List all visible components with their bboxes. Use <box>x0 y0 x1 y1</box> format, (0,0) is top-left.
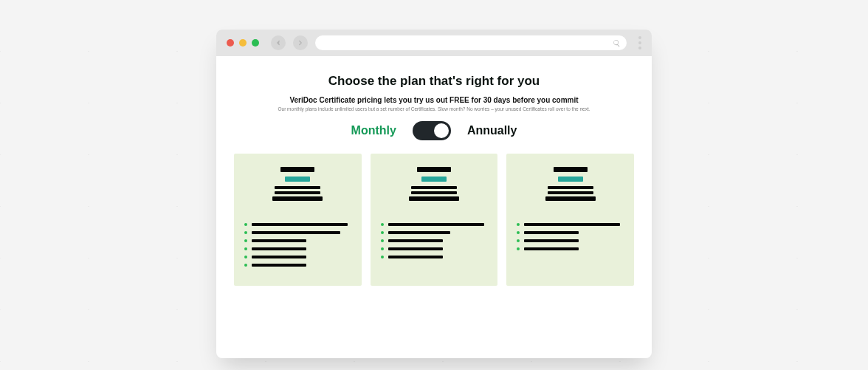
bullet-icon <box>244 239 247 242</box>
feature-list <box>381 223 488 258</box>
feature-row <box>244 223 351 226</box>
feature-text-placeholder <box>524 231 579 234</box>
bullet-icon <box>517 239 520 242</box>
bullet-icon <box>244 256 247 258</box>
plan-desc-line <box>548 186 593 189</box>
feature-row <box>244 256 351 258</box>
feature-text-placeholder <box>252 247 306 250</box>
billing-period-toggle-row: Monthly Annually <box>234 121 634 140</box>
pricing-cards <box>216 154 652 286</box>
feature-text-placeholder <box>388 231 450 234</box>
pricing-card-2[interactable] <box>371 154 498 286</box>
feature-text-placeholder <box>252 223 348 226</box>
feature-text-placeholder <box>388 256 443 258</box>
bullet-icon <box>517 223 520 226</box>
feature-row <box>381 223 488 226</box>
pricing-card-3[interactable] <box>506 154 634 286</box>
feature-row <box>244 239 351 242</box>
plan-desc-line <box>275 191 320 194</box>
back-button[interactable] <box>271 35 286 50</box>
plan-desc-line <box>411 186 457 189</box>
toggle-knob <box>434 123 449 138</box>
feature-row <box>381 256 488 258</box>
maximize-icon[interactable] <box>252 39 259 47</box>
feature-text-placeholder <box>388 247 443 250</box>
plan-cta-placeholder[interactable] <box>545 196 596 201</box>
feature-text-placeholder <box>388 223 484 226</box>
bullet-icon <box>381 256 384 258</box>
plan-name-placeholder <box>554 167 588 172</box>
plan-desc-line <box>411 191 457 194</box>
feature-text-placeholder <box>252 256 306 258</box>
feature-text-placeholder <box>388 239 443 242</box>
feature-text-placeholder <box>252 239 306 242</box>
address-bar[interactable] <box>315 35 627 50</box>
browser-chrome <box>216 30 652 56</box>
forward-button[interactable] <box>293 35 308 50</box>
feature-row <box>244 264 351 267</box>
feature-row <box>517 247 624 250</box>
annually-label[interactable]: Annually <box>467 124 517 137</box>
page-title: Choose the plan that's right for you <box>234 74 634 89</box>
monthly-label[interactable]: Monthly <box>351 124 396 137</box>
bullet-icon <box>381 223 384 226</box>
plan-price-placeholder <box>558 177 583 182</box>
bullet-icon <box>244 231 247 234</box>
feature-row <box>381 239 488 242</box>
plan-price-placeholder <box>421 177 447 182</box>
feature-text-placeholder <box>524 239 579 242</box>
pricing-card-1[interactable] <box>234 154 362 286</box>
close-icon[interactable] <box>227 39 234 47</box>
menu-button[interactable] <box>638 36 641 49</box>
bullet-icon <box>381 247 384 250</box>
feature-text-placeholder <box>524 223 620 226</box>
page-subtitle: VeriDoc Certificate pricing lets you try… <box>234 96 634 104</box>
bullet-icon <box>244 264 247 267</box>
pricing-section: Choose the plan that's right for you Ver… <box>216 56 652 140</box>
page-subtext: Our monthly plans include unlimited user… <box>234 106 634 112</box>
bullet-icon <box>381 231 384 234</box>
bullet-icon <box>244 247 247 250</box>
feature-row <box>381 247 488 250</box>
plan-name-placeholder <box>417 167 451 172</box>
feature-row <box>244 231 351 234</box>
bullet-icon <box>517 231 520 234</box>
browser-window: Choose the plan that's right for you Ver… <box>216 30 652 358</box>
plan-desc-line <box>548 191 593 194</box>
bullet-icon <box>517 247 520 250</box>
window-controls <box>227 39 259 47</box>
feature-list <box>517 223 624 250</box>
feature-text-placeholder <box>252 264 306 267</box>
plan-price-placeholder <box>285 177 310 182</box>
plan-name-placeholder <box>280 167 314 172</box>
bullet-icon <box>381 239 384 242</box>
feature-text-placeholder <box>252 231 340 234</box>
feature-row <box>517 231 624 234</box>
plan-cta-placeholder[interactable] <box>409 196 459 201</box>
feature-text-placeholder <box>524 247 579 250</box>
feature-row <box>517 223 624 226</box>
search-icon <box>613 39 621 47</box>
plan-desc-line <box>275 186 320 189</box>
bullet-icon <box>244 223 247 226</box>
feature-row <box>381 231 488 234</box>
billing-toggle[interactable] <box>413 121 451 140</box>
feature-row <box>244 247 351 250</box>
feature-list <box>244 223 351 267</box>
minimize-icon[interactable] <box>239 39 247 47</box>
feature-row <box>517 239 624 242</box>
plan-cta-placeholder[interactable] <box>272 196 323 201</box>
